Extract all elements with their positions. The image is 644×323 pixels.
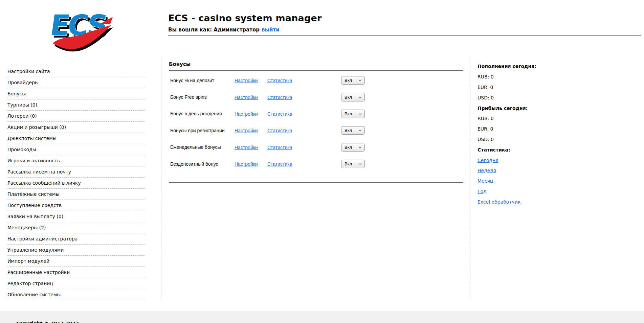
stats-week-link[interactable]: Неделя bbox=[478, 168, 496, 173]
bonus-label: Бонусы при регистрации bbox=[170, 128, 235, 133]
sidebar-item-tournaments[interactable]: Турниры (0) bbox=[7, 99, 145, 111]
sidebar-item-advanced-settings[interactable]: Расширенные настройки bbox=[7, 267, 145, 278]
profit-rub-value: RUB: 0 bbox=[478, 113, 565, 124]
bonus-row-registration: Бонусы при регистрации Настройки Статист… bbox=[170, 122, 394, 139]
sidebar-content-divider bbox=[161, 57, 161, 300]
page: ECS ECS ECS - casino system manager Вы в… bbox=[0, 0, 644, 323]
ecs-logo: ECS ECS bbox=[46, 4, 114, 52]
bonus-label: Бонус в день рождения bbox=[170, 111, 235, 116]
sidebar-item-payout-requests[interactable]: Заявки на выплату (0) bbox=[7, 211, 145, 222]
sidebar-item-pm-mailing[interactable]: Рассылка сообщений в личку bbox=[7, 178, 145, 189]
settings-link[interactable]: Настройки bbox=[235, 78, 258, 83]
deposits-eur-value: EUR: 0 bbox=[478, 82, 565, 93]
sidebar-menu: Настройки сайта Провайдеры Бонусы Турнир… bbox=[7, 66, 145, 300]
sidebar-item-promocodes[interactable]: Промокоды bbox=[7, 144, 145, 155]
bonus-toggle-select[interactable]: Вкл bbox=[341, 110, 365, 118]
footer: Copyright © 2013-2023 bbox=[0, 311, 644, 323]
statistics-link[interactable]: Статистика bbox=[267, 111, 292, 117]
sidebar-item-module-import[interactable]: Импорт модулей bbox=[7, 256, 145, 267]
bonus-label: Бездепозитный бонус bbox=[170, 161, 235, 167]
page-title: ECS - casino system manager bbox=[168, 13, 322, 23]
statistics-link[interactable]: Статистика bbox=[267, 78, 292, 83]
sidebar-item-bonuses[interactable]: Бонусы bbox=[7, 88, 145, 99]
content-panel-divider bbox=[470, 57, 470, 300]
bonus-toggle-select[interactable]: Вкл bbox=[341, 143, 365, 152]
chevron-down-icon bbox=[359, 129, 361, 131]
bonus-row-no-deposit: Бездепозитный бонус Настройки Статистика… bbox=[170, 156, 394, 172]
sidebar-item-providers[interactable]: Провайдеры bbox=[7, 77, 145, 88]
bonus-label: Бонус Free spins bbox=[170, 94, 235, 100]
sidebar-item-module-management[interactable]: Управление модулями bbox=[7, 245, 145, 256]
section-bottom-divider bbox=[169, 182, 463, 183]
header-divider bbox=[168, 35, 641, 36]
chevron-down-icon bbox=[359, 162, 361, 165]
chevron-down-icon bbox=[359, 112, 361, 115]
deposits-rub-value: RUB: 0 bbox=[478, 72, 565, 82]
section-title: Бонусы bbox=[169, 61, 191, 67]
profit-eur-value: EUR: 0 bbox=[478, 124, 565, 134]
deposits-usd-value: USD: 0 bbox=[478, 92, 565, 103]
sidebar-item-payment-systems[interactable]: Платёжные системы bbox=[7, 189, 145, 200]
profit-usd-value: USD: 0 bbox=[478, 134, 565, 145]
sidebar-item-system-update[interactable]: Обновление системы bbox=[7, 289, 145, 300]
deposits-today-heading: Пополнения сегодня: bbox=[478, 61, 565, 72]
statistics-link[interactable]: Статистика bbox=[267, 95, 292, 100]
settings-link[interactable]: Настройки bbox=[235, 95, 258, 100]
chevron-down-icon bbox=[359, 145, 361, 148]
sidebar-item-admin-settings[interactable]: Настройки администратора bbox=[7, 233, 145, 245]
bonus-row-free-spins: Бонус Free spins Настройки Статистика Вк… bbox=[170, 89, 394, 105]
stats-year-link[interactable]: Год bbox=[478, 189, 487, 194]
settings-link[interactable]: Настройки bbox=[235, 145, 258, 150]
bonus-row-deposit-percent: Бонус % на депозит Настройки Статистика … bbox=[170, 72, 394, 89]
sidebar-item-lotteries[interactable]: Лотереи (0) bbox=[7, 111, 145, 122]
profit-today-heading: Прибыль сегодня: bbox=[478, 103, 565, 113]
bonus-toggle-select[interactable]: Вкл bbox=[341, 160, 365, 168]
login-status-text: Вы вошли как: Администратор bbox=[168, 27, 260, 33]
bonus-toggle-select[interactable]: Вкл bbox=[341, 76, 365, 85]
chevron-down-icon bbox=[359, 95, 361, 98]
login-status: Вы вошли как: Администраторвыйти bbox=[168, 27, 322, 33]
statistics-link[interactable]: Статистика bbox=[267, 161, 292, 167]
sidebar-item-page-editor[interactable]: Редактор страниц bbox=[7, 278, 145, 289]
section-top-divider bbox=[169, 70, 463, 71]
statistics-heading: Статистика: bbox=[478, 144, 565, 155]
bonus-label: Бонус % на депозит bbox=[170, 78, 235, 83]
sidebar-item-site-settings[interactable]: Настройки сайта bbox=[7, 66, 145, 77]
sidebar-item-promotions[interactable]: Акции и розыгрыши (0) bbox=[7, 122, 145, 133]
sidebar-item-jackpots[interactable]: Джекпоты системы bbox=[7, 133, 145, 144]
sidebar-item-incoming-funds[interactable]: Поступление средств bbox=[7, 200, 145, 211]
stats-today-link[interactable]: Сегодня bbox=[478, 158, 498, 163]
bonus-toggle-select[interactable]: Вкл bbox=[341, 93, 365, 101]
sidebar-item-players-activity[interactable]: Игроки и активность bbox=[7, 155, 145, 166]
settings-link[interactable]: Настройки bbox=[235, 128, 258, 133]
sidebar-item-email-mailing[interactable]: Рассылка писем на почту bbox=[7, 166, 145, 178]
bonus-toggle-select[interactable]: Вкл bbox=[341, 126, 365, 135]
stats-excel-link[interactable]: Excel обработчик bbox=[478, 199, 520, 205]
bonus-label: Еженедельные бонусы bbox=[170, 144, 235, 150]
stats-month-link[interactable]: Месяц bbox=[478, 178, 493, 184]
sidebar-item-managers[interactable]: Менеджеры (2) bbox=[7, 222, 145, 233]
copyright-text: Copyright © 2013-2023 bbox=[16, 321, 79, 323]
chevron-down-icon bbox=[359, 78, 361, 81]
bonus-row-weekly: Еженедельные бонусы Настройки Статистика… bbox=[170, 139, 394, 156]
settings-link[interactable]: Настройки bbox=[235, 161, 258, 167]
stats-panel: Пополнения сегодня: RUB: 0 EUR: 0 USD: 0… bbox=[478, 61, 565, 207]
bonus-list: Бонус % на депозит Настройки Статистика … bbox=[170, 72, 394, 172]
settings-link[interactable]: Настройки bbox=[235, 111, 258, 117]
statistics-link[interactable]: Статистика bbox=[267, 128, 292, 133]
logout-link[interactable]: выйти bbox=[262, 27, 280, 33]
statistics-link[interactable]: Статистика bbox=[267, 145, 292, 150]
bonus-row-birthday: Бонус в день рождения Настройки Статисти… bbox=[170, 106, 394, 122]
